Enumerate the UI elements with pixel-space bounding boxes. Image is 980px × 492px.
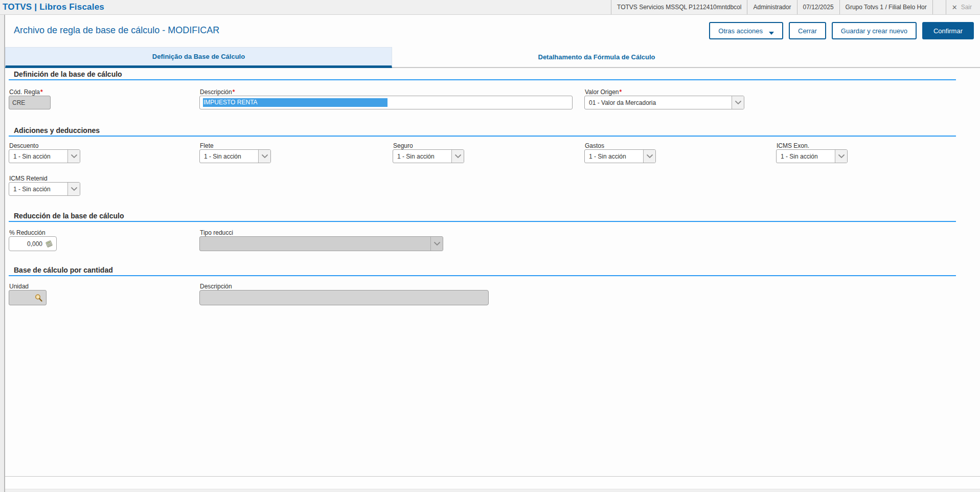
required-mark: * <box>619 88 622 96</box>
icms-retenid-select[interactable]: 1 - Sin acción <box>9 182 80 196</box>
tab-detalhamento-formula[interactable]: Detalhamento da Fórmula de Cálculo <box>392 47 801 68</box>
valor-origen-label: Valor Origen* <box>585 88 622 96</box>
close-icon: ✕ <box>952 4 958 11</box>
selected-text: IMPUESTO RENTA <box>203 98 388 107</box>
flete-label: Flete <box>200 142 214 149</box>
seguro-label: Seguro <box>393 142 413 149</box>
gastos-select[interactable]: 1 - Sin acción <box>584 149 656 163</box>
valor-origen-select[interactable]: 01 - Valor da Mercadoria <box>584 96 744 109</box>
top-bar: TOTVS | Libros Fiscales TOTVS Servicios … <box>0 0 980 15</box>
search-icon[interactable] <box>34 294 43 302</box>
header-actions: Otras acciones Cerrar Guardar y crear nu… <box>709 22 974 39</box>
environment-info: TOTVS Servicios MSSQL P1212410mntdbcol <box>611 0 747 14</box>
other-actions-button[interactable]: Otras acciones <box>709 22 783 39</box>
calculator-icon[interactable] <box>45 240 53 248</box>
main-panel: Archivo de regla de base de cálculo - MO… <box>4 15 980 492</box>
pct-reduccion-label: % Reducción <box>9 229 45 236</box>
current-date: 07/12/2025 <box>797 0 839 14</box>
topbar-spacer <box>932 0 946 14</box>
page-title: Archivo de regla de base de cálculo - MO… <box>14 25 219 36</box>
section-title-reduccion: Reducción de la base de cálculo <box>14 212 124 220</box>
cod-regla-label: Cód. Regla* <box>9 88 43 96</box>
save-and-new-button[interactable]: Guardar y crear nuevo <box>832 22 917 39</box>
topbar-info: TOTVS Servicios MSSQL P1212410mntdbcol A… <box>611 0 980 14</box>
tab-bar: Definição da Base de Cálculo Detalhament… <box>5 47 980 68</box>
icms-exon-select[interactable]: 1 - Sin acción <box>776 149 848 163</box>
footer-gap <box>5 490 980 492</box>
user-name: Administrador <box>747 0 796 14</box>
close-button[interactable]: Cerrar <box>789 22 826 39</box>
cod-regla-field: CRE <box>9 96 51 109</box>
logout-button[interactable]: ✕ Sair <box>946 0 980 14</box>
chevron-down-icon <box>67 183 80 195</box>
gastos-label: Gastos <box>585 142 604 149</box>
company-branch[interactable]: Grupo Totvs 1 / Filial Belo Hor <box>839 0 932 14</box>
descuento-select[interactable]: 1 - Sin acción <box>9 149 80 163</box>
unidad-field[interactable] <box>9 290 47 305</box>
chevron-down-icon <box>451 150 464 163</box>
logout-label: Sair <box>961 4 972 11</box>
footer-strip <box>5 476 980 489</box>
descripcion-field[interactable]: IMPUESTO RENTA <box>199 96 573 109</box>
flete-select[interactable]: 1 - Sin acción <box>199 149 271 163</box>
descuento-label: Descuento <box>9 142 38 149</box>
section-title-definicion: Definición de la base de cálculo <box>14 70 122 78</box>
icms-retenid-label: ICMS Retenid <box>9 175 48 182</box>
chevron-down-icon <box>258 150 270 163</box>
chevron-down-icon <box>643 150 655 163</box>
tipo-reducci-label: Tipo reducci <box>200 229 233 236</box>
confirm-button[interactable]: Confirmar <box>922 22 974 39</box>
required-mark: * <box>233 88 235 96</box>
icms-exon-label: ICMS Exon. <box>777 142 809 149</box>
seguro-select[interactable]: 1 - Sin acción <box>393 149 464 163</box>
cantidad-descripcion-label: Descripción <box>200 283 232 290</box>
chevron-down-icon <box>835 150 847 163</box>
cantidad-descripcion-field <box>199 290 489 305</box>
chevron-down-icon <box>732 96 744 109</box>
required-mark: * <box>40 88 43 96</box>
section-divider <box>9 79 956 80</box>
section-title-adiciones: Adiciones y deducciones <box>14 126 100 135</box>
section-divider <box>9 221 956 222</box>
section-title-cantidad: Base de cálculo por cantidad <box>14 266 113 274</box>
tipo-reducci-select <box>199 236 443 251</box>
caret-down-icon <box>769 32 774 35</box>
unidad-label: Unidad <box>9 283 29 290</box>
chevron-down-icon <box>430 237 443 251</box>
pct-reduccion-field[interactable]: 0,000 <box>9 236 57 251</box>
descripcion-label: Descripción* <box>200 88 235 96</box>
chevron-down-icon <box>67 150 80 163</box>
page-header: Archivo de regla de base de cálculo - MO… <box>5 22 980 42</box>
section-divider <box>9 275 956 276</box>
tab-definicao-base-calculo[interactable]: Definição da Base de Cálculo <box>5 47 392 68</box>
section-divider <box>9 136 956 137</box>
tab-filler <box>801 47 980 68</box>
app-brand: TOTVS | Libros Fiscales <box>0 2 104 12</box>
